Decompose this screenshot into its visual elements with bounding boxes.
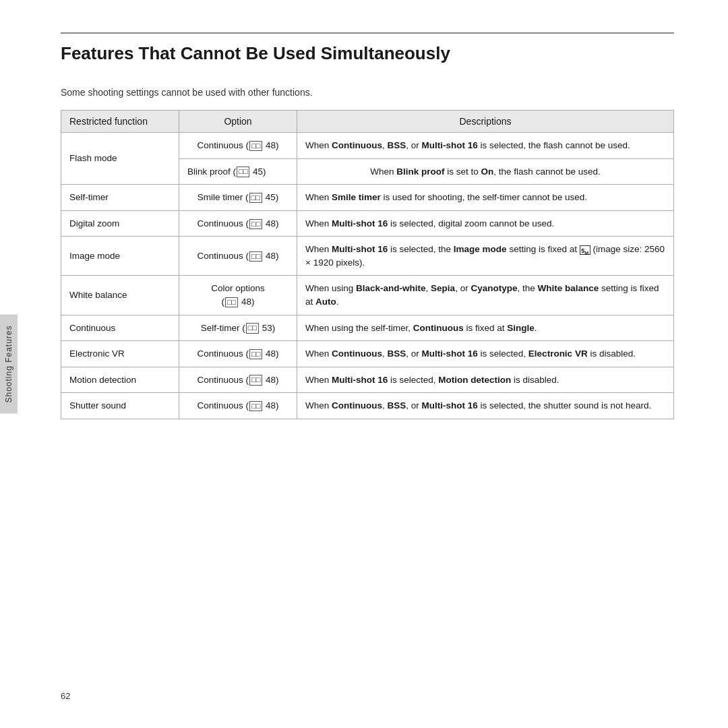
side-tab-label: Shooting Features: [4, 325, 13, 402]
cell-restricted: Continuous: [61, 315, 179, 341]
cell-description: When Multi-shot 16 is selected, digital …: [297, 210, 674, 237]
table-row: Motion detectionContinuous (□□ 48)When M…: [61, 367, 674, 393]
cell-option: Smile timer (□□ 45): [179, 185, 297, 211]
col-descriptions: Descriptions: [297, 111, 674, 133]
cell-restricted: Motion detection: [61, 367, 179, 393]
page: Shooting Features Features That Cannot B…: [0, 0, 728, 728]
cell-description: When Continuous, BSS, or Multi-shot 16 i…: [297, 341, 674, 367]
table-row: Electronic VRContinuous (□□ 48)When Cont…: [61, 341, 674, 367]
features-table: Restricted function Option Descriptions …: [61, 110, 674, 419]
cell-option: Continuous (□□ 48): [179, 367, 297, 393]
cell-description: When Multi-shot 16 is selected, Motion d…: [297, 367, 674, 393]
cell-restricted: White balance: [61, 276, 179, 315]
cell-option: Continuous (□□ 48): [179, 210, 297, 237]
col-restricted: Restricted function: [61, 111, 179, 133]
cell-restricted: Shutter sound: [61, 393, 179, 419]
side-tab: Shooting Features: [0, 314, 18, 413]
cell-restricted: Digital zoom: [61, 210, 179, 237]
cell-option: Blink proof (□□ 45): [179, 158, 297, 185]
cell-restricted: Self-timer: [61, 185, 179, 211]
cell-option: Continuous (□□ 48): [179, 393, 297, 419]
cell-restricted: Image mode: [61, 237, 179, 276]
table-row: ContinuousSelf-timer (□□ 53)When using t…: [61, 315, 674, 341]
table-row: White balanceColor options(□□ 48)When us…: [61, 276, 674, 315]
cell-description: When Multi-shot 16 is selected, the Imag…: [297, 237, 674, 276]
cell-option: Color options(□□ 48): [179, 276, 297, 315]
page-title: Features That Cannot Be Used Simultaneou…: [61, 32, 674, 72]
cell-description: When Continuous, BSS, or Multi-shot 16 i…: [297, 133, 674, 159]
cell-description: When using Black-and-white, Sepia, or Cy…: [297, 276, 674, 315]
cell-description: When Continuous, BSS, or Multi-shot 16 i…: [297, 393, 674, 419]
cell-description: When Smile timer is used for shooting, t…: [297, 185, 674, 211]
cell-option: Continuous (□□ 48): [179, 133, 297, 159]
cell-option: Continuous (□□ 48): [179, 341, 297, 367]
cell-restricted: Flash mode: [61, 133, 179, 185]
table-header-row: Restricted function Option Descriptions: [61, 111, 674, 133]
cell-option: Self-timer (□□ 53): [179, 315, 297, 341]
cell-option: Continuous (□□ 48): [179, 237, 297, 276]
cell-description: When Blink proof is set to On, the flash…: [297, 158, 674, 185]
table-row: Shutter soundContinuous (□□ 48)When Cont…: [61, 393, 674, 419]
table-row: Image modeContinuous (□□ 48)When Multi-s…: [61, 237, 674, 276]
cell-description: When using the self-timer, Continuous is…: [297, 315, 674, 341]
table-row: Flash modeContinuous (□□ 48)When Continu…: [61, 133, 674, 159]
page-subtitle: Some shooting settings cannot be used wi…: [61, 87, 674, 98]
page-number: 62: [61, 691, 70, 701]
table-row: Self-timerSmile timer (□□ 45)When Smile …: [61, 185, 674, 211]
table-row: Digital zoomContinuous (□□ 48)When Multi…: [61, 210, 674, 237]
cell-restricted: Electronic VR: [61, 341, 179, 367]
col-option: Option: [179, 111, 297, 133]
